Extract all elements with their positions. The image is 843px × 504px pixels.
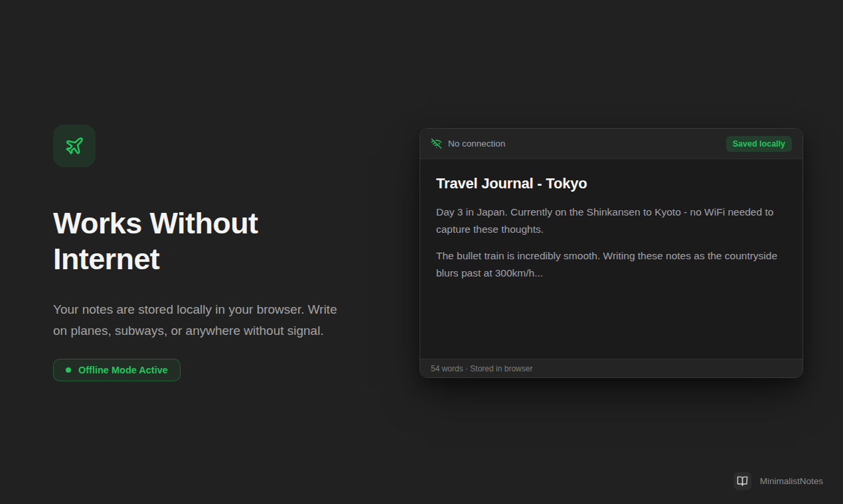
plane-icon [53,125,96,167]
offline-mode-label: Offline Mode Active [78,365,168,375]
note-paragraph-2: The bullet train is incredibly smooth. W… [436,247,783,282]
brand-name: MinimalistNotes [760,476,823,486]
wifi-off-icon [431,138,442,149]
status-dot-icon [66,367,71,373]
connection-status: No connection [448,139,505,149]
hero-section: Works Without Internet Your notes are st… [53,125,365,381]
book-open-icon [733,472,751,490]
brand-footer: MinimalistNotes [733,472,823,490]
note-card-header: No connection Saved locally [420,129,803,159]
saved-locally-badge: Saved locally [726,136,792,152]
page-title: Works Without Internet [53,206,339,277]
offline-mode-badge: Offline Mode Active [53,359,181,381]
note-card-footer: 54 words · Stored in browser [420,359,803,377]
note-paragraph-1: Day 3 in Japan. Currently on the Shinkan… [436,204,783,238]
hero-description: Your notes are stored locally in your br… [53,299,350,342]
note-meta: 54 words · Stored in browser [431,364,532,373]
note-title: Travel Journal - Tokyo [436,175,787,192]
note-card: No connection Saved locally Travel Journ… [420,128,803,378]
note-editor[interactable]: Travel Journal - Tokyo Day 3 in Japan. C… [420,159,803,359]
